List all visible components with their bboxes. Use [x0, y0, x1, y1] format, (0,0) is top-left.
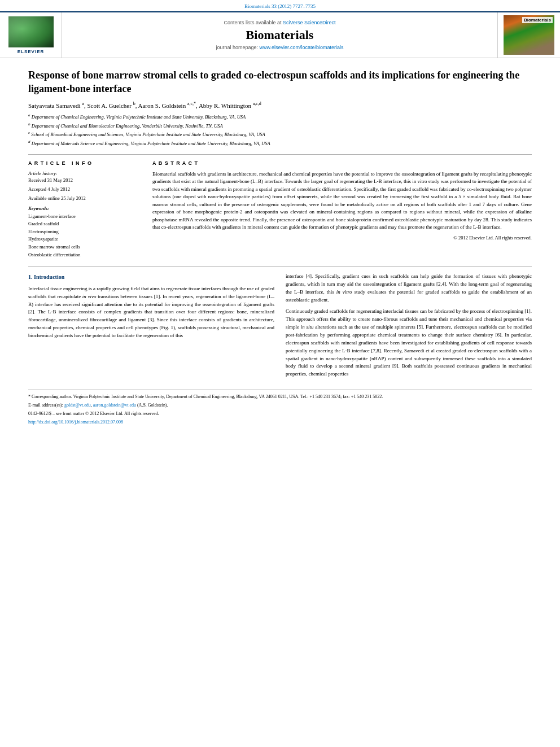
article-title: Response of bone marrow stromal cells to… — [28, 68, 532, 96]
keywords-list: Ligament-bone interface Graded scaffold … — [28, 213, 141, 259]
biomaterials-logo-box: Biomaterials — [498, 12, 560, 58]
main-col-left: 1. Introduction Interfacial tissue engin… — [28, 273, 274, 382]
affiliations: a Department of Chemical Engineering, Vi… — [28, 112, 532, 147]
intro-para-1: Interfacial tissue engineering is a rapi… — [28, 285, 274, 340]
keywords-section: Keywords: Ligament-bone interface Graded… — [28, 206, 141, 259]
intro-para-2: interface [4]. Specifically, gradient cu… — [286, 273, 532, 304]
journal-title: Biomaterials — [246, 28, 314, 42]
email-link-2[interactable]: aaron.goldstein@vt.edu — [93, 403, 136, 408]
biomaterials-cover-img: Biomaterials — [504, 15, 554, 55]
affiliation-a: a Department of Chemical Engineering, Vi… — [28, 112, 532, 121]
keyword-3: Electrospinning — [28, 228, 141, 236]
journal-homepage: journal homepage: www.elsevier.com/locat… — [216, 45, 343, 50]
footer-notes: * Corresponding author. Virginia Polytec… — [28, 390, 532, 426]
doi-line: http://dx.doi.org/10.1016/j.biomaterials… — [28, 419, 532, 426]
affiliation-c: c School of Biomedical Engineering and S… — [28, 130, 532, 138]
elsevier-text: ELSEVIER — [18, 49, 45, 54]
abstract-text: Biomaterial scaffolds with gradients in … — [152, 171, 532, 231]
article-info-heading: A R T I C L E I N F O — [28, 160, 141, 166]
email-note: E-mail address(es): goldst@vt.edu, aaron… — [28, 402, 532, 409]
main-two-col: 1. Introduction Interfacial tissue engin… — [28, 273, 532, 382]
accepted-date: Accepted 4 July 2012 — [28, 186, 141, 192]
abstract-heading: A B S T R A C T — [152, 160, 532, 166]
affiliation-b: b Department of Chemical and Biomolecula… — [28, 121, 532, 130]
abstract-col: A B S T R A C T Biomaterial scaffolds wi… — [152, 160, 532, 259]
received-date: Received 31 May 2012 — [28, 177, 141, 183]
keyword-5: Bone marrow stromal cells — [28, 243, 141, 251]
homepage-link[interactable]: www.elsevier.com/locate/biomaterials — [260, 45, 344, 50]
corresponding-author-note: * Corresponding author. Virginia Polytec… — [28, 394, 532, 400]
article-info-col: A R T I C L E I N F O Article history: R… — [28, 160, 141, 259]
sciverse-link[interactable]: SciVerse ScienceDirect — [283, 20, 336, 25]
article-body: Response of bone marrow stromal cells to… — [0, 58, 560, 438]
doi-link[interactable]: http://dx.doi.org/10.1016/j.biomaterials… — [28, 420, 123, 425]
elsevier-logo-img — [8, 16, 54, 47]
keyword-2: Graded scaffold — [28, 220, 141, 228]
history-label: Article history: — [28, 171, 141, 176]
sciverse-line: Contents lists available at SciVerse Sci… — [224, 20, 335, 25]
journal-center: Contents lists available at SciVerse Sci… — [62, 12, 498, 58]
affiliation-d: d Department of Materials Science and En… — [28, 139, 532, 147]
keyword-1: Ligament-bone interface — [28, 213, 141, 221]
main-col-right: interface [4]. Specifically, gradient cu… — [286, 273, 532, 382]
header-content: ELSEVIER Contents lists available at Sci… — [0, 11, 560, 58]
article-info-abstract-section: A R T I C L E I N F O Article history: R… — [28, 154, 532, 259]
introduction-heading: 1. Introduction — [28, 273, 274, 282]
section-divider — [28, 267, 532, 267]
journal-ref-line: Biomaterials 33 (2012) 7727–7735 — [0, 3, 560, 9]
journal-ref-text: Biomaterials 33 (2012) 7727–7735 — [244, 3, 316, 9]
keyword-4: Hydroxyapatite — [28, 235, 141, 243]
keyword-6: Osteoblastic differentiation — [28, 251, 141, 259]
journal-header: Biomaterials 33 (2012) 7727–7735 ELSEVIE… — [0, 0, 560, 58]
elsevier-logo-box: ELSEVIER — [0, 12, 62, 58]
copyright-line: © 2012 Elsevier Ltd. All rights reserved… — [152, 235, 532, 241]
keywords-label: Keywords: — [28, 206, 141, 211]
email-link-1[interactable]: goldst@vt.edu — [64, 403, 91, 408]
available-date: Available online 25 July 2012 — [28, 195, 141, 201]
biomaterials-label: Biomaterials — [522, 17, 553, 23]
authors-text: Satyavrata Samavedi a, Scott A. Guelcher… — [28, 102, 261, 109]
authors-line: Satyavrata Samavedi a, Scott A. Guelcher… — [28, 102, 532, 110]
intro-para-3: Continuously graded scaffolds for regene… — [286, 308, 532, 378]
issn-line: 0142-9612/$ – see front matter © 2012 El… — [28, 410, 532, 417]
